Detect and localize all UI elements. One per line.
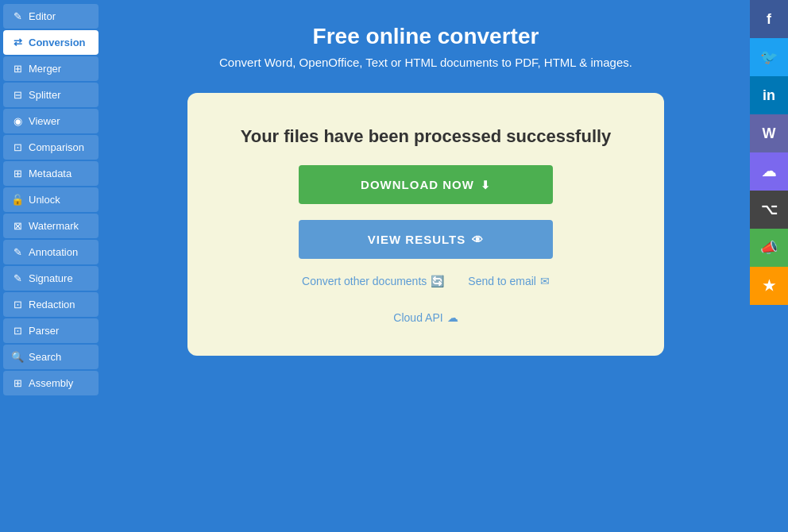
viewer-icon: ◉ — [11, 115, 24, 127]
view-results-button[interactable]: VIEW RESULTS — [299, 220, 553, 259]
github-button[interactable]: ⌥ — [750, 191, 788, 229]
splitter-icon: ⊟ — [11, 89, 24, 101]
conversion-icon: ⇄ — [11, 37, 24, 48]
parser-icon: ⊡ — [11, 325, 24, 337]
annotation-icon: ✎ — [11, 246, 24, 258]
download-arrow-icon — [481, 178, 491, 191]
download-now-button[interactable]: DOWNLOAD NOW — [299, 165, 553, 204]
twitter-icon: 🐦 — [760, 48, 778, 66]
sidebar-item-metadata[interactable]: ⊞ Metadata — [3, 161, 98, 186]
card-links: Convert other documents 🔄 Send to email … — [302, 275, 550, 324]
cloud-icon: ☁ — [447, 311, 458, 324]
success-message: Your files have been processed successfu… — [241, 125, 612, 149]
sidebar-item-viewer[interactable]: ◉ Viewer — [3, 109, 98, 133]
star-button[interactable]: ★ — [750, 267, 788, 305]
sidebar-item-annotation[interactable]: ✎ Annotation — [3, 240, 98, 264]
refresh-icon: 🔄 — [431, 275, 444, 287]
star-icon: ★ — [763, 277, 775, 295]
word-button[interactable]: W — [750, 114, 788, 152]
comparison-icon: ⊡ — [11, 141, 24, 153]
sidebar-item-signature[interactable]: ✎ Signature — [3, 266, 98, 291]
search-icon: 🔍 — [11, 351, 24, 363]
editor-icon: ✎ — [11, 10, 24, 22]
convert-other-documents-link[interactable]: Convert other documents 🔄 — [302, 275, 444, 287]
cloud-social-icon: ☁ — [762, 163, 776, 180]
sidebar-item-watermark[interactable]: ⊠ Watermark — [3, 214, 98, 238]
sidebar-item-splitter[interactable]: ⊟ Splitter — [3, 83, 98, 107]
main-content: Free online converter Convert Word, Open… — [102, 0, 750, 532]
result-card: Your files have been processed successfu… — [187, 93, 664, 356]
word-icon: W — [763, 125, 776, 142]
twitter-button[interactable]: 🐦 — [750, 38, 788, 76]
signature-icon: ✎ — [11, 272, 24, 284]
sidebar-item-search[interactable]: 🔍 Search — [3, 345, 98, 369]
send-to-email-link[interactable]: Send to email ✉ — [468, 275, 550, 287]
sidebar-item-redaction[interactable]: ⊡ Redaction — [3, 292, 98, 317]
page-title: Free online converter — [313, 24, 539, 49]
cloud-button[interactable]: ☁ — [750, 152, 788, 191]
social-sidebar: f 🐦 in W ☁ ⌥ 📣 ★ — [750, 0, 788, 532]
announce-icon: 📣 — [760, 239, 778, 256]
linkedin-icon: in — [763, 87, 775, 104]
metadata-icon: ⊞ — [11, 168, 24, 179]
facebook-button[interactable]: f — [750, 0, 788, 38]
page-subtitle: Convert Word, OpenOffice, Text or HTML d… — [219, 56, 632, 69]
unlock-icon: 🔓 — [11, 194, 24, 206]
sidebar-item-conversion[interactable]: ⇄ Conversion — [3, 30, 98, 55]
sidebar: ✎ Editor ⇄ Conversion ⊞ Merger ⊟ Splitte… — [0, 0, 102, 532]
assembly-icon: ⊞ — [11, 377, 24, 389]
card-links-row: Convert other documents 🔄 Send to email … — [302, 275, 550, 287]
sidebar-item-assembly[interactable]: ⊞ Assembly — [3, 371, 98, 395]
eye-icon — [472, 233, 484, 246]
merger-icon: ⊞ — [11, 63, 24, 75]
watermark-icon: ⊠ — [11, 220, 24, 232]
sidebar-item-merger[interactable]: ⊞ Merger — [3, 56, 98, 81]
sidebar-item-unlock[interactable]: 🔓 Unlock — [3, 187, 98, 212]
email-icon: ✉ — [540, 275, 550, 287]
redaction-icon: ⊡ — [11, 299, 24, 310]
facebook-icon: f — [767, 11, 771, 28]
github-icon: ⌥ — [761, 201, 778, 218]
sidebar-item-parser[interactable]: ⊡ Parser — [3, 318, 98, 343]
announce-button[interactable]: 📣 — [750, 229, 788, 267]
linkedin-button[interactable]: in — [750, 76, 788, 114]
cloud-api-link[interactable]: Cloud API ☁ — [393, 311, 458, 324]
sidebar-item-editor[interactable]: ✎ Editor — [3, 4, 98, 29]
sidebar-item-comparison[interactable]: ⊡ Comparison — [3, 135, 98, 160]
